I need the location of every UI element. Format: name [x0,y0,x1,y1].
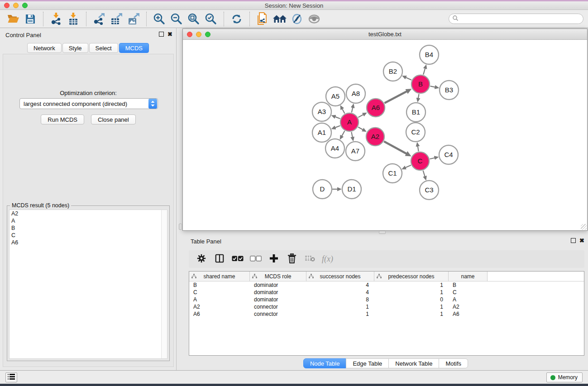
open-file-button[interactable] [5,11,22,27]
table-cell[interactable]: connector [250,311,306,317]
close-table-panel-icon[interactable]: ✖ [579,238,584,243]
graph-edge[interactable] [358,127,363,130]
table-cell[interactable]: A6 [449,311,488,317]
tab-node-table[interactable]: Node Table [303,358,347,368]
column-header[interactable]: predecessor nodes [374,272,449,281]
zoom-selected-button[interactable] [202,11,220,27]
zoom-in-button[interactable] [151,11,168,27]
graph-edge[interactable] [385,91,407,103]
table-cell[interactable]: 1 [374,282,449,288]
eye-button[interactable] [306,11,323,27]
graph-node[interactable]: C3 [420,181,439,200]
table-cell[interactable]: A2 [449,304,488,310]
graph-edge[interactable] [423,171,425,176]
graph-node[interactable]: A4 [325,139,344,158]
graph-node[interactable]: D [313,180,332,199]
result-item[interactable]: A6 [10,239,167,246]
table-row[interactable]: Cdominator41C [189,289,584,296]
graph-edge[interactable] [335,126,340,128]
close-panel-button[interactable]: Close panel [91,114,136,124]
select-all-button[interactable] [229,252,246,267]
table-cell[interactable]: A2 [189,304,250,310]
memory-button[interactable]: Memory [546,372,583,382]
graph-node[interactable]: A1 [312,123,331,142]
graph-node[interactable]: A3 [312,102,331,121]
graph-edge[interactable] [423,68,425,75]
graph-edge[interactable] [430,86,435,87]
network-window-titlebar[interactable]: testGlobe.txt [183,29,587,40]
graph-edge[interactable] [418,146,419,152]
column-header[interactable]: MCDS role [250,272,306,281]
tab-select[interactable]: Select [89,43,118,53]
panel-divider-handle[interactable] [179,224,182,230]
graph-node[interactable]: A7 [346,142,365,161]
result-item[interactable]: A2 [10,210,167,217]
table-cell[interactable]: 1 [306,311,374,317]
table-cell[interactable]: 1 [374,311,449,317]
float-table-panel-icon[interactable] [571,238,576,243]
import-table-button[interactable] [65,11,82,27]
search-input[interactable] [460,15,583,23]
table-cell[interactable]: 1 [306,304,374,310]
table-cell[interactable]: 1 [374,304,449,310]
graph-node[interactable]: C1 [383,164,402,183]
graph-node[interactable]: A5 [326,87,345,106]
graph-node[interactable]: B2 [383,62,402,81]
panel-divider-handle[interactable] [379,231,386,234]
graph-edge[interactable] [406,77,411,80]
graph-edge[interactable] [352,107,353,112]
zoom-fit-button[interactable] [185,11,202,27]
graph-edge[interactable] [351,132,352,138]
node-table[interactable]: shared nameMCDS rolesuccessor nodesprede… [189,271,584,356]
refresh-button[interactable] [228,11,245,27]
table-cell[interactable]: dominator [250,296,306,303]
tab-style[interactable]: Style [62,43,88,53]
table-cell[interactable]: A6 [189,311,250,317]
result-item[interactable]: B [10,224,167,232]
float-panel-icon[interactable] [159,32,164,37]
home-button[interactable] [271,11,288,27]
table-cell[interactable]: B [189,282,250,288]
graph-node[interactable]: B [411,75,430,93]
table-cell[interactable]: 8 [306,296,374,303]
table-settings-button[interactable] [193,252,210,267]
column-header[interactable]: shared name [189,272,250,281]
graph-edge[interactable] [335,117,340,119]
table-cell[interactable]: connector [250,304,306,310]
graph-edge[interactable] [418,94,419,99]
graph-node[interactable]: A6 [367,99,385,117]
export-table-button[interactable] [108,11,125,27]
graph-edge[interactable] [342,131,344,136]
table-cell[interactable]: 0 [374,296,449,303]
table-cell[interactable]: A [449,296,488,303]
graph-node[interactable]: A2 [366,128,384,146]
window-resize-grip[interactable] [581,224,587,230]
mcds-result-list[interactable]: A2ABCA6 [9,210,167,359]
graph-edge[interactable] [405,165,411,168]
table-cell[interactable]: 4 [306,282,374,288]
table-row[interactable]: Adominator80A [189,296,584,303]
network-canvas[interactable]: B4B2BB3A5A8A6A3B1AA1C2A2A4A7C4CC1C3DD1 [183,40,587,230]
tab-edge-table[interactable]: Edge Table [346,358,389,368]
graph-edge[interactable] [384,142,406,154]
run-mcds-button[interactable]: Run MCDS [41,114,84,124]
close-panel-icon[interactable]: ✖ [167,32,172,37]
graph-node[interactable]: B3 [440,81,459,100]
table-cell[interactable]: 4 [306,289,374,295]
delete-column-button[interactable] [284,252,300,267]
tab-network-table[interactable]: Network Table [388,358,439,368]
hide-labels-button[interactable] [288,11,306,27]
table-cell[interactable]: 1 [374,289,449,295]
tab-network[interactable]: Network [27,43,62,53]
table-cell[interactable]: C [189,289,250,295]
graph-edge[interactable] [358,114,363,117]
task-history-button[interactable] [5,372,17,382]
table-cell[interactable]: dominator [250,282,306,288]
result-item[interactable]: A [10,217,167,224]
import-network-button[interactable] [48,11,65,27]
result-scrollbar[interactable] [161,210,167,358]
show-column-button[interactable] [211,252,228,267]
table-cell[interactable]: A [189,296,250,303]
result-item[interactable]: C [10,232,167,239]
column-header[interactable]: name [449,272,488,281]
